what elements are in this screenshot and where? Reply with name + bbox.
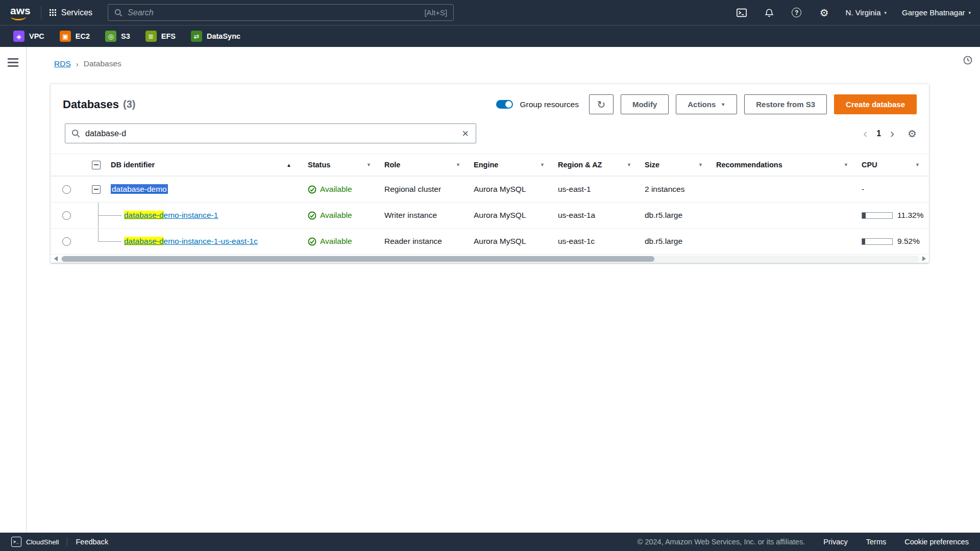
close-icon: × [462,127,469,140]
column-header-recommendations[interactable]: Recommendations ▼ [712,161,857,169]
favorite-vpc[interactable]: ◈ VPC [13,31,44,42]
account-menu[interactable]: Gargee Bhatnagar ▾ [902,8,971,17]
table-preferences-button[interactable]: ⚙ [908,128,917,140]
actions-dropdown-button[interactable]: Actions ▼ [676,94,737,114]
check-circle-icon [308,211,316,220]
chevron-down-icon: ▾ [885,10,887,15]
horizontal-scrollbar[interactable] [51,254,929,263]
collapse-all-toggle[interactable] [92,161,101,169]
breadcrumb-current: Databases [84,59,121,68]
search-icon [114,9,122,17]
column-header-role[interactable]: Role ▼ [380,161,470,169]
cell-region-az: us-east-1 [554,185,641,194]
hamburger-menu-icon[interactable] [8,58,18,67]
footer-divider [67,537,67,546]
refresh-button[interactable]: ↻ [589,94,614,114]
cloudshell-terminal-button[interactable] [736,7,748,19]
cookie-preferences-link[interactable]: Cookie preferences [904,538,969,546]
previous-page-button[interactable]: ‹ [863,128,867,140]
scrollbar-thumb[interactable] [62,256,654,262]
table-row-cluster: database-demo Available Regional cluster… [51,176,929,202]
favorite-s3[interactable]: ◎ S3 [105,31,130,42]
sort-ascending-icon: ▲ [286,162,291,168]
row-radio[interactable] [62,237,71,246]
username-label: Gargee Bhatnagar [902,8,965,17]
modify-button[interactable]: Modify [621,94,669,114]
breadcrumb-separator-icon: › [76,60,79,68]
databases-panel: Databases (3) Group resources ↻ Modify A… [51,84,929,263]
table-row-reader: database-demo-instance-1-us-east-1c Avai… [51,228,929,254]
column-header-region-az[interactable]: Region & AZ ▼ [554,161,641,169]
global-search-box[interactable]: [Alt+S] [108,4,454,21]
notifications-bell-button[interactable] [763,7,775,19]
current-page[interactable]: 1 [875,129,882,138]
aws-logo-text: aws [10,5,31,16]
filter-caret-icon: ▼ [698,162,703,167]
collapsed-sidebar [0,47,27,533]
settings-button[interactable]: ⚙ [818,7,830,19]
footer-right: © 2024, Amazon Web Services, Inc. or its… [638,538,969,546]
favorite-label: EC2 [76,32,90,40]
favorite-label: S3 [121,32,130,40]
right-panel-toggle[interactable] [963,55,973,67]
favorite-efs[interactable]: ≣ EFS [145,31,176,42]
scroll-right-icon[interactable] [920,256,927,262]
column-header-status[interactable]: Status ▼ [304,161,380,169]
favorites-bar: ◈ VPC ▣ EC2 ◎ S3 ≣ EFS ⇄ DataSync [0,25,980,47]
filter-caret-icon: ▼ [627,162,631,167]
help-button[interactable]: ? [791,7,803,19]
row-radio[interactable] [62,185,71,194]
gear-icon: ⚙ [908,128,917,139]
filter-caret-icon: ▼ [456,162,460,167]
chevron-left-icon: ‹ [863,127,867,140]
favorite-ec2[interactable]: ▣ EC2 [60,31,90,42]
create-database-button[interactable]: Create database [834,94,917,114]
next-page-button[interactable]: › [890,128,894,140]
column-header-size[interactable]: Size ▼ [641,161,712,169]
cloudshell-footer-button[interactable]: >_ CloudShell [11,537,59,547]
breadcrumb-rds-link[interactable]: RDS [54,59,71,68]
terms-link[interactable]: Terms [866,538,886,546]
clock-history-icon [963,55,973,65]
table-header-row: DB identifier ▲ Status ▼ Role ▼ Engine ▼ [51,154,929,176]
db-identifier-link[interactable]: database-demo [111,185,168,194]
bell-icon [764,8,774,18]
cell-status: Available [304,185,380,194]
column-header-cpu[interactable]: CPU ▼ [857,161,929,169]
row-radio[interactable] [62,211,71,220]
cell-size: 2 instances [641,185,712,194]
filter-databases-box[interactable]: × [65,123,476,143]
cpu-usage-bar [862,212,893,219]
column-header-db-identifier[interactable]: DB identifier ▲ [110,161,304,169]
db-identifier-link[interactable]: database-demo-instance-1-us-east-1c [124,237,258,246]
feedback-button[interactable]: Feedback [76,538,108,546]
cell-engine: Aurora MySQL [470,211,554,220]
cell-size: db.r5.large [641,237,712,246]
scrollbar-track[interactable] [60,256,919,262]
favorite-label: DataSync [207,32,240,40]
group-resources-toggle[interactable] [496,100,513,109]
tree-connector [82,229,110,254]
restore-from-s3-button[interactable]: Restore from S3 [744,94,827,114]
db-identifier-link[interactable]: database-demo-instance-1 [124,211,218,220]
efs-icon: ≣ [145,31,157,42]
aws-logo[interactable]: aws [9,5,36,21]
clear-filter-button[interactable]: × [461,128,470,139]
pagination: ‹ 1 › ⚙ [863,128,917,140]
question-circle-icon: ? [792,8,801,17]
content-area: RDS › Databases Databases (3) Group reso… [27,47,980,533]
scroll-left-icon[interactable] [52,256,59,262]
region-selector[interactable]: N. Virginia ▾ [846,8,887,17]
favorite-datasync[interactable]: ⇄ DataSync [191,31,240,42]
privacy-link[interactable]: Privacy [823,538,848,546]
databases-table: DB identifier ▲ Status ▼ Role ▼ Engine ▼ [51,154,929,263]
filter-row: × ‹ 1 › ⚙ [51,116,929,154]
global-search-input[interactable] [128,8,419,17]
cell-status: Available [304,237,380,246]
services-menu-button[interactable]: Services [41,0,101,25]
cell-role: Writer instance [380,211,470,220]
column-header-engine[interactable]: Engine ▼ [470,161,554,169]
vpc-icon: ◈ [13,31,24,42]
collapse-row-toggle[interactable] [92,185,101,194]
filter-databases-input[interactable] [85,129,456,138]
